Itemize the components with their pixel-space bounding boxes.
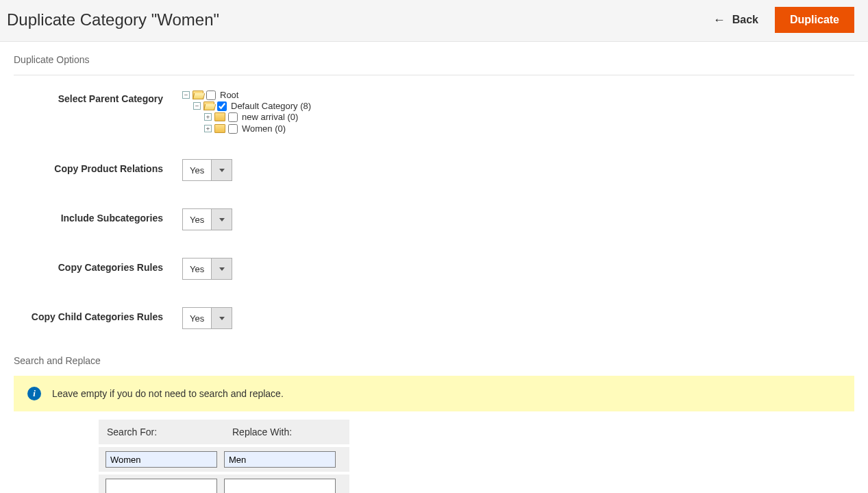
tree-node-new-arrival[interactable]: new arrival (0): [204, 112, 311, 122]
field-label: Copy Categories Rules: [14, 258, 182, 273]
folder-icon: [214, 112, 225, 121]
field-copy-child-categories-rules: Copy Child Categories Rules Yes: [14, 307, 854, 329]
select-value: Yes: [183, 308, 211, 328]
info-icon: i: [27, 387, 41, 400]
tree-label: Default Category (8): [230, 101, 311, 111]
field-include-subcategories: Include Subcategories Yes: [14, 208, 854, 230]
tree-toggle-icon[interactable]: [204, 113, 212, 121]
tree-checkbox-new-arrival[interactable]: [228, 112, 238, 122]
replace-with-input[interactable]: [224, 479, 336, 493]
folder-icon: [214, 124, 225, 133]
field-copy-categories-rules: Copy Categories Rules Yes: [14, 258, 854, 280]
tree-checkbox-root[interactable]: [206, 91, 216, 100]
field-label: Copy Product Relations: [14, 159, 182, 174]
search-for-input[interactable]: [106, 479, 217, 493]
table-row: [99, 447, 349, 472]
field-select-parent-category: Select Parent Category Root: [14, 89, 854, 136]
page-actions: ← Back Duplicate: [713, 7, 854, 33]
field-copy-product-relations: Copy Product Relations Yes: [14, 159, 854, 181]
page-header: Duplicate Category "Women" ← Back Duplic…: [0, 0, 868, 42]
select-copy-product-relations[interactable]: Yes: [182, 159, 232, 181]
duplicate-button[interactable]: Duplicate: [775, 7, 854, 33]
tree-label: Root: [219, 90, 238, 100]
info-banner: i Leave empty if you do not need to sear…: [14, 376, 854, 411]
select-include-subcategories[interactable]: Yes: [182, 208, 232, 230]
tree-node-default-category[interactable]: Default Category (8): [193, 101, 311, 111]
folder-icon: [193, 91, 203, 99]
search-for-input[interactable]: [106, 451, 217, 468]
field-label: Include Subcategories: [14, 208, 182, 224]
column-header-replace-with: Replace With:: [224, 420, 349, 444]
tree-toggle-icon[interactable]: [204, 125, 212, 132]
info-text: Leave empty if you do not need to search…: [52, 388, 284, 399]
back-arrow-icon: ←: [713, 14, 726, 26]
select-copy-categories-rules[interactable]: Yes: [182, 258, 232, 280]
back-label: Back: [732, 14, 758, 26]
page-content: Duplicate Options Select Parent Category…: [0, 42, 868, 493]
search-replace-table: Search For: Replace With:: [99, 420, 349, 493]
page-title: Duplicate Category "Women": [7, 10, 219, 29]
field-label: Select Parent Category: [14, 89, 182, 104]
tree-toggle-icon[interactable]: [182, 91, 190, 99]
tree-node-women[interactable]: Women (0): [204, 123, 311, 134]
tree-checkbox-default-category[interactable]: [217, 101, 227, 111]
table-header-row: Search For: Replace With:: [99, 420, 349, 444]
chevron-down-icon[interactable]: [211, 308, 232, 328]
column-header-search-for: Search For:: [99, 420, 224, 444]
field-label: Copy Child Categories Rules: [14, 307, 182, 322]
back-button[interactable]: ← Back: [713, 14, 758, 26]
select-copy-child-categories-rules[interactable]: Yes: [182, 307, 232, 329]
section-title-search-replace: Search and Replace: [14, 350, 854, 376]
category-tree: Root Default Category (8): [182, 89, 311, 136]
field-control: Root Default Category (8): [182, 89, 311, 136]
tree-checkbox-women[interactable]: [228, 124, 238, 134]
chevron-down-icon[interactable]: [211, 258, 232, 279]
chevron-down-icon[interactable]: [211, 209, 232, 230]
select-value: Yes: [183, 258, 211, 279]
replace-with-input[interactable]: [224, 451, 336, 468]
folder-icon: [203, 101, 214, 110]
chevron-down-icon[interactable]: [211, 160, 232, 180]
tree-label: new arrival (0): [240, 112, 298, 122]
select-value: Yes: [183, 160, 211, 180]
table-row: [99, 474, 349, 493]
tree-label: Women (0): [240, 123, 286, 134]
select-value: Yes: [183, 209, 211, 230]
section-title-duplicate-options: Duplicate Options: [14, 49, 854, 75]
tree-toggle-icon[interactable]: [193, 102, 201, 110]
tree-node-root[interactable]: Root: [182, 90, 311, 100]
